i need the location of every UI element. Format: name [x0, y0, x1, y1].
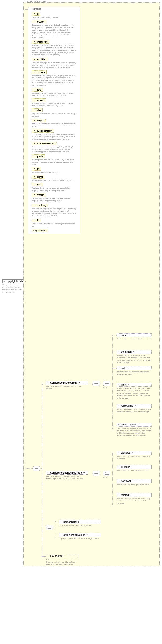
attribute-name: =dir	[32, 218, 41, 222]
child-element: −definition+A natural language definitio…	[117, 350, 152, 364]
attribute-name: =why	[32, 108, 43, 112]
concept-relationships-group: − ConceptRelationshipsGroup + A group of…	[46, 471, 88, 480]
child-element-doc: In NAR 1.8 and later: facet is deprecate…	[117, 387, 152, 399]
attribute-doc: The date (and, optionally, the time) whe…	[32, 62, 76, 69]
plus-icon[interactable]: +	[86, 534, 88, 536]
minus-icon: −	[118, 424, 120, 426]
attribute-row: =modifiedThe date (and, optionally, the …	[28, 56, 80, 69]
child-element-doc: Represents the position of a concept in …	[117, 427, 152, 437]
plus-icon[interactable]: +	[127, 367, 129, 370]
any-wildcard-label: any ##other	[50, 555, 63, 557]
concept-definition-group: − ConceptDefinitionGroup + A group of pr…	[46, 381, 88, 390]
connector	[42, 473, 46, 474]
concept-relationships-group-name: ConceptRelationshipsGroup	[50, 472, 82, 474]
eq-icon: =	[33, 120, 36, 122]
connector-cap	[112, 428, 113, 431]
plus-icon[interactable]: +	[83, 472, 85, 474]
child-element-name: narrower	[121, 480, 131, 482]
eq-icon: =	[33, 219, 36, 222]
plus-icon[interactable]: +	[78, 382, 81, 384]
plus-icon[interactable]: +	[137, 424, 139, 426]
attribute-doc: One or many constraints that apply to pu…	[32, 146, 76, 153]
attribute-row: =pubconstraintOne or many constraints th…	[28, 128, 80, 140]
eq-icon: =	[33, 194, 36, 196]
child-element-name: personDetails	[64, 521, 79, 523]
attribute-row: =pubconstrainturiOne or many constraints…	[28, 140, 80, 153]
attribute-name: =qcode	[32, 154, 45, 158]
attribute-doc: If the property value is not defined, sp…	[32, 44, 76, 56]
root-element: − copyrightHolder + The person or organi…	[2, 280, 23, 294]
attribute-name: =custom	[32, 70, 47, 74]
child-element: −personDetails+A set of properties speci…	[59, 520, 101, 527]
eq-icon: =	[33, 13, 36, 15]
plus-icon[interactable]: +	[128, 334, 130, 337]
attribute-name: =id	[32, 12, 40, 16]
attribute-doc: The local identifier of the property.	[32, 16, 76, 18]
occurrence: 0..∞	[46, 558, 79, 560]
choice-compositor	[103, 471, 110, 476]
plus-icon[interactable]: +	[131, 452, 133, 454]
connector	[110, 383, 112, 384]
attribute-name: =literal	[32, 175, 44, 179]
child-element-doc: An identifier of a more specific concept…	[117, 484, 152, 486]
child-element-name: name	[121, 334, 127, 337]
child-element-doc: Additional natural language information …	[117, 371, 152, 376]
connector	[99, 473, 103, 474]
attribute-name: =type	[32, 183, 43, 186]
sequence-compositor	[92, 471, 100, 476]
child-element: −facet+In NAR 1.8 and later: facet is de…	[117, 383, 152, 399]
plus-icon[interactable]: +	[134, 405, 137, 407]
connector-cap	[55, 522, 56, 524]
plus-icon[interactable]: +	[130, 494, 132, 496]
connector	[112, 495, 117, 496]
attributes-label: attributes	[33, 8, 41, 10]
concept-definition-group-name: ConceptDefinitionGroup	[50, 382, 77, 384]
attribute-name: =howuri	[32, 98, 46, 102]
connector-cap	[112, 505, 113, 507]
eq-icon: =	[33, 99, 36, 101]
eq-icon: =	[33, 155, 36, 158]
child-element: −narrower+An identifier of a more specif…	[117, 479, 152, 486]
child-element-name: organisationDetails	[64, 534, 85, 536]
minus-icon: −	[118, 384, 120, 386]
type-name-label: FlexPartyPropType	[26, 0, 46, 3]
attribute-name: =uri	[32, 167, 41, 171]
plus-icon[interactable]: +	[80, 521, 82, 523]
connector	[112, 467, 117, 468]
root-element-doc: The person or organisation claiming the …	[2, 284, 23, 294]
connector	[112, 425, 117, 425]
connector	[25, 10, 28, 10]
connector	[25, 468, 33, 469]
attribute-name: =whyuri	[32, 119, 46, 122]
eq-icon: =	[33, 109, 36, 112]
plus-icon[interactable]: +	[133, 351, 135, 353]
attribute-doc: The type of the concept assigned as cont…	[32, 187, 76, 192]
eq-icon: =	[33, 21, 36, 23]
connector	[112, 336, 117, 336]
connector-cap	[112, 452, 113, 454]
child-element: −hierarchyInfo+Represents the position o…	[117, 422, 152, 437]
attribute-row: =uriA URI which identifies a concept.	[28, 166, 80, 174]
eq-icon: =	[33, 71, 36, 73]
sequence-compositor	[103, 381, 110, 386]
root-element-name: copyrightHolder	[6, 280, 24, 283]
attribute-name: =modified	[32, 58, 48, 61]
plus-icon[interactable]: +	[132, 480, 134, 482]
connector	[112, 453, 113, 505]
attribute-row: =howIndicates by which means the value w…	[28, 87, 80, 97]
minus-icon: −	[47, 472, 49, 474]
attribute-doc: If the property value is not defined, sp…	[32, 24, 76, 38]
child-element-name: hierarchyInfo	[121, 423, 136, 426]
connector	[55, 522, 56, 536]
child-element: −sameAs+An identifier of a concept with …	[117, 451, 152, 460]
attribute-doc: Indicates by which means the value was e…	[32, 92, 76, 97]
eq-icon: =	[33, 142, 36, 145]
plus-icon[interactable]: +	[127, 384, 130, 386]
minus-icon: −	[118, 367, 120, 370]
any-wildcard: − any ##other 0..∞ Extension point for p…	[46, 554, 79, 566]
child-element-doc: An identifier of a more generic concept.	[117, 469, 152, 472]
connector	[112, 481, 117, 482]
attribute-row: =literalA concept identifier expressed a…	[28, 174, 80, 182]
plus-icon[interactable]: +	[131, 466, 133, 468]
attribute-doc: If set to true the corresponding propert…	[32, 74, 76, 87]
